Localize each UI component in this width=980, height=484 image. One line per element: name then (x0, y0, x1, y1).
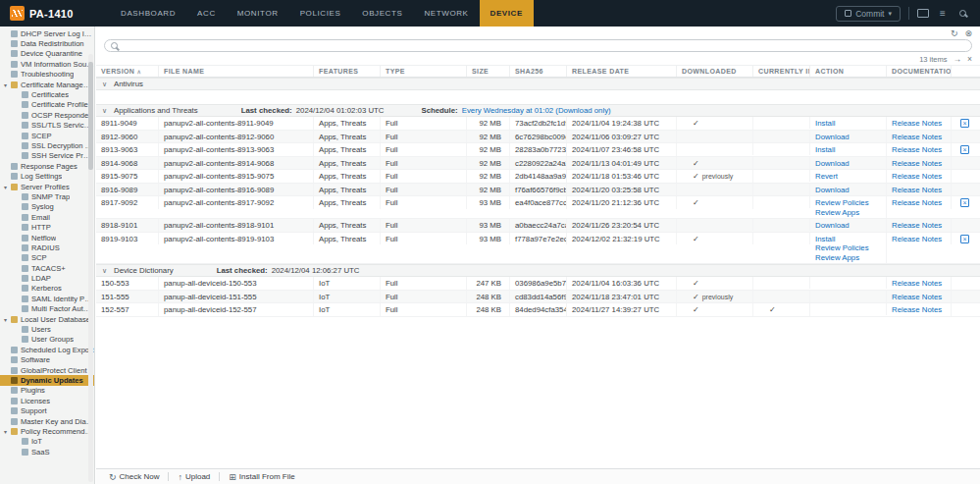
section-collapse-icon[interactable]: ∨ (102, 107, 110, 115)
table-row-8919-9103[interactable]: 8919-9103panupv2-all-contents-8919-9103A… (96, 233, 980, 265)
action-link-review-apps[interactable]: Review Apps (815, 253, 884, 263)
table-row-8915-9075[interactable]: 8915-9075panupv2-all-contents-8915-9075A… (96, 170, 980, 184)
collapse-arrow-icon[interactable]: ▾ (4, 428, 11, 435)
nav-tab-monitor[interactable]: MONITOR (227, 0, 289, 27)
sidebar-item-support[interactable]: Support (0, 405, 94, 415)
table-row-8916-9089[interactable]: 8916-9089panupv2-all-contents-8916-9089A… (96, 184, 980, 197)
nav-tab-objects[interactable]: OBJECTS (351, 0, 413, 27)
sidebar-item-scheduled-log-export[interactable]: Scheduled Log Export (0, 345, 94, 354)
action-link-download[interactable]: Download (815, 133, 884, 142)
column-header-action[interactable]: ACTION (810, 66, 887, 77)
action-link-review-policies[interactable]: Review Policies (815, 243, 884, 253)
sidebar-item-saml-identity-provider[interactable]: SAML Identity Provider (0, 294, 94, 303)
sidebar-item-certificate-profile[interactable]: Certificate Profile (0, 100, 94, 110)
release-notes-link[interactable]: Release Notes (892, 221, 949, 231)
filter-input[interactable] (122, 40, 965, 51)
release-notes-link[interactable]: Release Notes (892, 186, 949, 195)
action-link-review-apps[interactable]: Review Apps (815, 208, 884, 218)
action-link-install[interactable]: Install (815, 145, 884, 155)
sidebar-item-email[interactable]: Email (0, 212, 94, 222)
sidebar-item-globalprotect-client[interactable]: GlobalProtect Client (0, 365, 94, 375)
delete-package-icon[interactable]: × (960, 198, 969, 207)
release-notes-link[interactable]: Release Notes (892, 159, 949, 169)
action-link-download[interactable]: Download (815, 159, 884, 169)
delete-package-icon[interactable]: × (960, 119, 969, 128)
column-header-sha256[interactable]: SHA256 (510, 66, 567, 77)
column-header-features[interactable]: FEATURES (314, 66, 381, 77)
table-row-8917-9092[interactable]: 8917-9092panupv2-all-contents-8917-9092A… (96, 196, 980, 219)
sidebar-item-ssl-tls-service-profile[interactable]: SSL/TLS Service Profile (0, 121, 94, 131)
release-notes-link[interactable]: Release Notes (892, 145, 949, 155)
sidebar-item-dynamic-updates[interactable]: Dynamic Updates (0, 375, 94, 385)
sidebar-item-plugins[interactable]: Plugins (0, 386, 94, 396)
sidebar-item-server-profiles[interactable]: ▾Server Profiles (0, 182, 94, 191)
next-page-icon[interactable]: → (954, 54, 962, 64)
footer-button-check-now[interactable]: ↻Check Now (102, 472, 166, 482)
table-row-8918-9101[interactable]: 8918-9101panupv2-all-contents-8918-9101A… (96, 219, 980, 233)
action-link-install[interactable]: Install (815, 119, 884, 129)
collapse-arrow-icon[interactable]: ▾ (4, 81, 11, 88)
sidebar-item-response-pages[interactable]: Response Pages (0, 161, 94, 171)
refresh-icon[interactable]: ↻ (951, 28, 958, 38)
commit-button[interactable]: Commit ▾ (836, 6, 901, 22)
sidebar-item-users[interactable]: Users (0, 324, 94, 334)
sidebar-item-kerberos[interactable]: Kerberos (0, 284, 94, 294)
section-collapse-icon[interactable]: ∨ (102, 267, 110, 275)
sidebar-item-software[interactable]: Software (0, 355, 94, 365)
sidebar-item-device-quarantine[interactable]: Device Quarantine (0, 49, 94, 59)
action-link-download[interactable]: Download (815, 186, 884, 195)
action-link-download[interactable]: Download (815, 221, 884, 231)
table-row-150-553[interactable]: 150-553panup-all-deviceid-150-553IoTFull… (96, 277, 980, 291)
sidebar-item-http[interactable]: HTTP (0, 222, 94, 232)
table-row-8911-9049[interactable]: 8911-9049panupv2-all-contents-8911-9049A… (96, 117, 980, 131)
release-notes-link[interactable]: Release Notes (892, 172, 949, 182)
clear-filter-icon[interactable]: × (967, 54, 972, 64)
sidebar-item-radius[interactable]: RADIUS (0, 242, 94, 252)
action-link-review-policies[interactable]: Review Policies (815, 198, 884, 208)
table-row-8913-9063[interactable]: 8913-9063panupv2-all-contents-8913-9063A… (96, 143, 980, 157)
sidebar-item-multi-factor-authentica[interactable]: Multi Factor Authentica... (0, 304, 94, 314)
delete-package-icon[interactable]: × (960, 145, 969, 154)
sidebar-item-vm-information-sources[interactable]: VM Information Sources (0, 59, 94, 69)
collapse-arrow-icon[interactable]: ▾ (4, 184, 11, 190)
sidebar-item-data-redistribution[interactable]: Data Redistribution (0, 38, 94, 48)
filter-searchbox[interactable] (104, 39, 972, 52)
footer-button-upload[interactable]: ↑Upload (171, 472, 217, 482)
release-notes-link[interactable]: Release Notes (892, 279, 949, 289)
sidebar-item-licenses[interactable]: Licenses (0, 396, 94, 405)
column-header-release-date[interactable]: RELEASE DATE (567, 66, 677, 77)
section-collapse-icon[interactable]: ∨ (102, 81, 110, 88)
sidebar-item-ssh-service-profile[interactable]: SSH Service Profile (0, 151, 94, 161)
column-header-version[interactable]: VERSION ∧ (96, 66, 159, 77)
release-notes-link[interactable]: Release Notes (892, 293, 949, 302)
sidebar-item-scep[interactable]: SCEP (0, 131, 94, 140)
table-row-151-555[interactable]: 151-555panup-all-deviceid-151-555IoTFull… (96, 291, 980, 304)
footer-button-install-from-file[interactable]: ⊞Install From File (222, 472, 301, 482)
save-config-icon[interactable] (917, 9, 929, 18)
sidebar-item-master-key-and-diagnostics[interactable]: Master Key and Diagnostics (0, 416, 94, 426)
schedule-link[interactable]: Every Wednesday at 01:02 (Download only) (462, 106, 611, 115)
nav-tab-acc[interactable]: ACC (186, 0, 227, 27)
delete-package-icon[interactable]: × (960, 235, 969, 243)
release-notes-link[interactable]: Release Notes (892, 133, 949, 142)
nav-tab-policies[interactable]: POLICIES (289, 0, 352, 27)
sidebar-item-log-settings[interactable]: Log Settings (0, 171, 94, 181)
task-manager-icon[interactable]: ≡ (937, 8, 949, 20)
sidebar-item-ocsp-responder[interactable]: OCSP Responder (0, 110, 94, 120)
global-search-icon[interactable] (956, 8, 968, 20)
column-header-downloaded[interactable]: DOWNLOADED (677, 66, 753, 77)
sidebar-item-local-user-database[interactable]: ▾Local User Database (0, 314, 94, 324)
release-notes-link[interactable]: Release Notes (892, 119, 949, 129)
table-row-152-557[interactable]: 152-557panup-all-deviceid-152-557IoTFull… (96, 303, 980, 317)
column-header-file-name[interactable]: FILE NAME (159, 66, 314, 77)
column-header-currently-installed[interactable]: CURRENTLY INSTALLED (753, 66, 810, 77)
table-row-8912-9060[interactable]: 8912-9060panupv2-all-contents-8912-9060A… (96, 131, 980, 144)
column-header-size[interactable]: SIZE (467, 66, 510, 77)
action-link-revert[interactable]: Revert (815, 172, 884, 182)
column-header-type[interactable]: TYPE (381, 66, 467, 77)
sidebar-item-dhcp-server-log-inges[interactable]: DHCP Server Log Inges... (0, 28, 94, 38)
sidebar-item-troubleshooting[interactable]: Troubleshooting (0, 70, 94, 80)
release-notes-link[interactable]: Release Notes (892, 198, 949, 208)
sidebar-item-user-groups[interactable]: User Groups (0, 335, 94, 345)
action-link-install[interactable]: Install (815, 235, 884, 244)
